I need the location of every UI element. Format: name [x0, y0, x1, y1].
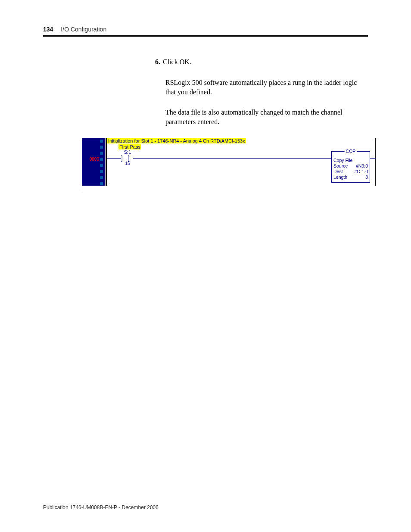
gutter-bullet-icon	[100, 158, 103, 161]
cop-source-label: Source	[333, 163, 348, 169]
rung-wire-icon	[370, 158, 376, 159]
page-header: 134 I/O Configuration	[43, 26, 368, 37]
content-body: 6. Click OK. RSLogix 500 software automa…	[155, 58, 368, 137]
step-line: 6. Click OK.	[155, 58, 368, 66]
cop-length-value: 8	[365, 174, 368, 180]
cop-instruction: COP Copy File Source #N9:0 Dest #O:1.0 L…	[331, 151, 370, 183]
gutter-bullet-icon	[100, 146, 103, 149]
step-number: 6.	[155, 58, 160, 66]
gutter-bullet-icon	[100, 176, 103, 179]
step-text: Click OK.	[163, 58, 191, 66]
gutter-bullet-icon	[100, 140, 103, 143]
cop-name: Copy File	[333, 158, 352, 163]
gutter-bullet-icon	[100, 152, 103, 155]
contact-address-top: S:1	[114, 149, 141, 155]
contact-label: First Pass	[118, 144, 141, 149]
xic-contact-icon: ][	[121, 155, 129, 162]
ladder-rail-right-icon	[375, 138, 376, 186]
paragraph-1: RSLogix 500 software automatically place…	[165, 78, 368, 96]
cop-title: COP	[345, 149, 357, 154]
page-number: 134	[43, 26, 53, 33]
paragraph-2: The data file is also automatically chan…	[165, 108, 368, 126]
gutter-bullet-icon	[100, 164, 103, 167]
cop-length-label: Length	[333, 174, 347, 180]
cop-dest-label: Dest	[333, 169, 343, 174]
rung-number: 0000	[90, 156, 100, 162]
chapter-title: I/O Configuration	[61, 26, 106, 33]
rung-wire-icon	[133, 158, 331, 159]
cop-source-value: #N9:0	[356, 163, 368, 169]
ladder-body: Initialization for Slot 1 - 1746-NR4 - A…	[105, 138, 377, 186]
ladder-gutter: 0000	[82, 138, 105, 186]
rung-comment: Initialization for Slot 1 - 1746-NR4 - A…	[107, 138, 246, 143]
gutter-bullet-icon	[100, 182, 103, 185]
ladder-rail-left-icon	[106, 138, 107, 186]
ladder-screenshot: 0000 Initialization for Slot 1 - 1746-NR…	[82, 138, 377, 192]
cop-dest-value: #O:1.0	[354, 169, 368, 174]
page-footer: Publication 1746-UM008B-EN-P - December …	[43, 504, 159, 510]
rung-wire-icon	[107, 158, 121, 159]
gutter-bullet-icon	[100, 170, 103, 173]
